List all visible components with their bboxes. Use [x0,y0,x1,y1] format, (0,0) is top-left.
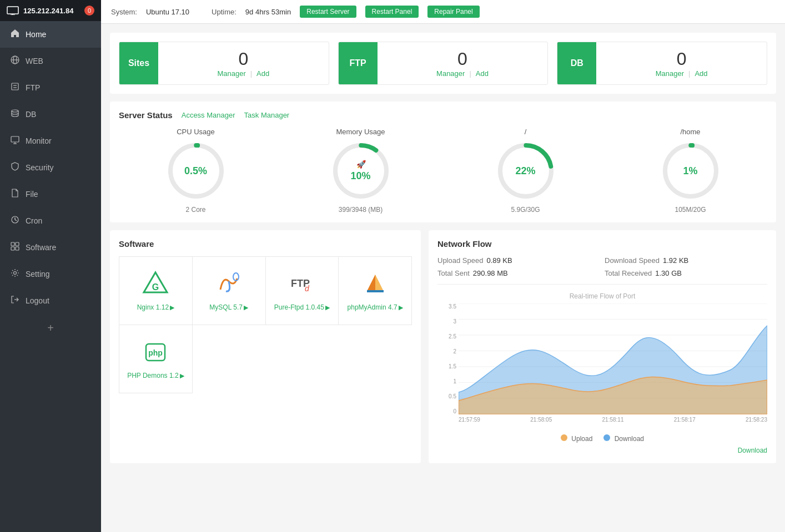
sidebar: 125.212.241.84 0 Home WEB FTP DB [0,0,101,532]
memory-sub: 399/3948 (MB) [339,206,383,214]
access-manager-link[interactable]: Access Manager [182,111,235,119]
home-sub: 105M/20G [675,206,706,214]
chart-xaxis: 21:57:59 21:58:05 21:58:11 21:58:17 21:5… [459,414,767,431]
sidebar-label-ftp: FTP [26,83,40,92]
home-gauge: /home 1% 105M/20G [660,128,721,214]
sidebar-item-cron[interactable]: Cron [0,207,101,234]
repair-panel-button[interactable]: Repair Panel [427,6,479,18]
total-sent-row: Total Sent 290.98 MB [437,269,600,277]
restart-server-button[interactable]: Restart Server [300,6,356,18]
server-status-title: Server Status [119,110,173,120]
chart-title: Real-time Flow of Port [437,292,767,300]
sites-manager-link[interactable]: Manager [217,69,245,78]
uptime-value: 9d 4hrs 53min [245,8,291,16]
gauges-container: CPU Usage 0.5% 2 Core Memory Usage [119,128,767,214]
mysql-name: MySQL 5.7▶ [209,303,248,311]
chart-canvas [459,303,767,414]
ftp-manager-link[interactable]: Manager [436,69,465,78]
nginx-item[interactable]: G Nginx 1.12▶ [119,257,193,325]
sidebar-item-file[interactable]: File [0,181,101,207]
php-name: PHP Demons 1.2▶ [127,372,184,379]
server-status-card: Server Status Access Manager Task Manage… [110,102,776,222]
topbar: System: Ubuntu 17.10 Uptime: 9d 4hrs 53m… [101,0,785,24]
shield-icon [10,162,20,173]
db-links: Manager | Add [656,69,708,78]
cpu-sub: 2 Core [185,206,205,214]
system-label: System: [111,8,137,16]
restart-panel-button[interactable]: Restart Panel [365,6,419,18]
sidebar-item-home[interactable]: Home [0,21,101,48]
download-speed-val: 1.92 KB [663,256,688,265]
web-icon [10,55,20,67]
svg-rect-6 [12,83,18,90]
sites-links: Manager | Add [217,69,269,78]
db-body: 0 Manager | Add [596,42,767,84]
download-link[interactable]: Download [738,447,767,454]
svg-rect-10 [11,136,19,142]
task-manager-link[interactable]: Task Manager [244,111,290,119]
home-label: /home [680,128,700,136]
db-add-link[interactable]: Add [695,69,707,78]
ftp-card: FTP 0 Manager | Add [338,42,549,85]
chart-svg [459,303,767,414]
cpu-label: CPU Usage [177,128,215,136]
sidebar-item-ftp[interactable]: FTP [0,74,101,101]
svg-rect-18 [11,247,14,250]
server-status-header: Server Status Access Manager Task Manage… [119,110,767,120]
php-icon: php [142,338,169,366]
svg-rect-0 [7,7,18,14]
sidebar-item-setting[interactable]: Setting [0,261,101,287]
cpu-gauge-container: 0.5% [165,140,227,201]
download-speed-row: Download Speed 1.92 KB [605,256,767,265]
ftp-count: 0 [457,49,467,69]
sidebar-label-db: DB [26,110,36,119]
download-speed-label: Download Speed [605,256,660,265]
sidebar-item-logout[interactable]: Logout [0,287,101,314]
software-icon [10,242,20,253]
upload-speed-row: Upload Speed 0.89 KB [437,256,600,265]
content-area: Sites 0 Manager | Add FTP 0 [101,24,785,532]
root-gauge: / 22% 5.9G/30G [495,128,556,214]
system-value: Ubuntu 17.10 [146,8,189,16]
svg-text:G: G [152,282,159,292]
sites-add-link[interactable]: Add [256,69,269,78]
sites-body: 0 Manager | Add [158,42,329,84]
monitor-nav-icon [10,135,20,146]
svg-text:🚀: 🚀 [356,160,366,169]
pureftpd-item[interactable]: FTP d Pure-Ftpd 1.0.45▶ [266,257,339,325]
db-icon [10,109,20,120]
home-gauge-container: 1% [660,140,721,201]
sidebar-item-web[interactable]: WEB [0,48,101,74]
download-legend-dot [603,434,610,441]
php-item[interactable]: php PHP Demons 1.2▶ [119,325,193,393]
upload-legend-label: Upload [571,435,592,443]
sidebar-item-security[interactable]: Security [0,154,101,181]
nginx-icon: G [142,270,169,298]
db-label: DB [557,42,596,84]
phpmyadmin-item[interactable]: phpMyAdmin 4.7▶ [339,257,412,325]
memory-value: 10% [350,170,370,181]
total-sent-val: 290.98 MB [473,269,508,277]
sidebar-label-software: Software [26,243,56,252]
ftp-add-link[interactable]: Add [476,69,489,78]
software-title: Software [119,239,154,249]
logout-icon [10,295,20,306]
sidebar-label-cron: Cron [26,216,42,225]
total-received-label: Total Received [605,269,652,277]
root-sub: 5.9G/30G [511,206,540,214]
ftp-label: FTP [339,42,378,84]
svg-rect-19 [16,247,19,250]
sidebar-item-monitor[interactable]: Monitor [0,128,101,154]
mysql-icon [215,270,243,298]
mysql-item[interactable]: MySQL 5.7▶ [193,257,266,325]
memory-gauge-container: 🚀 10% [330,140,391,201]
svg-point-9 [12,110,18,112]
stat-cards: Sites 0 Manager | Add FTP 0 [110,33,776,94]
add-button[interactable]: + [0,314,101,342]
memory-label: Memory Usage [336,128,385,136]
ftp-body: 0 Manager | Add [378,42,548,84]
db-manager-link[interactable]: Manager [656,69,684,78]
bottom-section: Software G Nginx 1.12▶ [110,230,776,463]
sidebar-item-software[interactable]: Software [0,234,101,261]
sidebar-item-db[interactable]: DB [0,101,101,128]
